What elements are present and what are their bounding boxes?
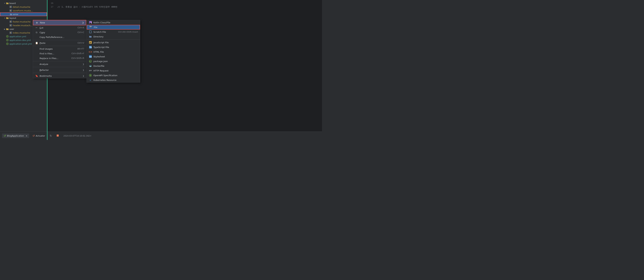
submenu-item-ts[interactable]: TS TypeScript File xyxy=(87,45,140,50)
actuator-button[interactable]: ↺ Actuator xyxy=(31,134,46,138)
app-yml-icon xyxy=(6,35,9,38)
refresh-icon: ↻ xyxy=(50,134,52,138)
menu-item-find-files[interactable]: Find in Files... Ctrl+Shift+F xyxy=(33,51,86,56)
actuator-label: Actuator xyxy=(36,134,45,137)
menu-item-copy[interactable]: ⧉ Copy Ctrl+C xyxy=(33,30,86,35)
sidebar-item-detail-mustache[interactable]: ▾ M detail.mustache xyxy=(0,5,47,9)
menu-item-find-usages[interactable]: Find Usages Alt+F7 xyxy=(33,46,86,51)
html-icon: <> xyxy=(89,50,92,54)
chevron-down-icon: ▾ xyxy=(3,2,6,4)
submenu-item-html[interactable]: <> HTML File xyxy=(87,50,140,54)
close-tab-button[interactable]: × xyxy=(26,134,28,137)
submenu-item-dockerfile[interactable]: 🐳 Dockerfile xyxy=(87,64,140,68)
menu-sep-3 xyxy=(33,61,86,61)
package-json-icon: JS xyxy=(89,60,92,63)
sidebar-item-app-prod-yml-label: application-prod.yml xyxy=(10,42,32,45)
new-icon: ⊕ xyxy=(35,21,38,24)
code-comment: // 1. 유효성 검사 - 사용자id가 3자 이하인경우 400번 xyxy=(58,5,118,9)
sidebar-item-error[interactable]: ▾ error xyxy=(0,12,47,16)
submenu-item-css[interactable]: CSS Stylesheet xyxy=(87,54,140,59)
svg-text:M: M xyxy=(10,32,11,34)
submenu-item-kotlin[interactable]: Kotlin Class/File xyxy=(87,20,140,25)
mustache-file-icon: M xyxy=(10,6,12,8)
paste-shortcut: Ctrl+V xyxy=(78,42,84,44)
menu-item-paste[interactable]: 📋 Paste Ctrl+V xyxy=(33,40,86,45)
blog-app-icon: ↺ xyxy=(4,134,6,138)
refresh-button[interactable]: ↻ xyxy=(48,134,53,138)
svg-text:M: M xyxy=(10,21,11,23)
sidebar-item-header-label: header.mustach... xyxy=(13,24,32,27)
code-line-16 xyxy=(56,1,322,5)
copy-shortcut: Ctrl+C xyxy=(78,31,84,34)
sidebar-item-saveform[interactable]: ▾ M saveForm.musta... xyxy=(0,9,47,12)
menu-item-bookmarks[interactable]: 🔖 Bookmarks ❯ xyxy=(33,74,86,78)
submenu-item-js[interactable]: JS JavaScript File xyxy=(87,40,140,45)
user-chevron-icon: ▶ xyxy=(3,28,6,30)
analyze-icon xyxy=(35,62,38,66)
bookmarks-icon: 🔖 xyxy=(35,74,38,78)
submenu-item-openapi[interactable]: OpenAPI Specification xyxy=(87,73,140,78)
replace-icon xyxy=(35,56,38,60)
stop-icon xyxy=(57,134,59,136)
saveform-file-icon: M xyxy=(10,9,12,12)
menu-item-copy-path[interactable]: Copy Path/Reference... xyxy=(33,35,86,40)
svg-rect-7 xyxy=(10,14,11,14)
svg-rect-34 xyxy=(89,36,90,36)
svg-text:M: M xyxy=(10,6,11,8)
js-icon: JS xyxy=(89,41,92,44)
menu-new-label: New xyxy=(40,21,82,24)
menu-sep-5 xyxy=(33,73,86,73)
sidebar-item-user-label: user xyxy=(10,28,14,30)
submenu-item-package-json[interactable]: JS package.json xyxy=(87,59,140,64)
menu-item-cut[interactable]: ✂ Cut Ctrl+X xyxy=(33,25,86,30)
submenu-directory-label: Directory xyxy=(94,36,138,38)
copy-icon: ⧉ xyxy=(35,31,38,34)
svg-rect-15 xyxy=(6,28,7,29)
submenu-item-file[interactable]: File xyxy=(87,25,140,30)
stop-button[interactable] xyxy=(55,134,60,138)
submenu-item-kubernetes[interactable]: ⎈ Kubernetes Resource xyxy=(87,78,140,82)
sidebar-item-error-label: error xyxy=(13,13,18,16)
find-files-shortcut: Ctrl+Shift+F xyxy=(72,52,84,55)
index-file-icon: M xyxy=(10,31,12,34)
menu-refactor-label: Refactor xyxy=(40,69,81,71)
svg-rect-28 xyxy=(90,26,92,26)
menu-item-new[interactable]: ⊕ New ❯ xyxy=(33,20,86,25)
svg-point-21 xyxy=(7,40,8,40)
paste-icon: 📋 xyxy=(35,41,38,45)
submenu-ts-label: TypeScript File xyxy=(94,46,138,48)
blog-app-tab[interactable]: ↺ BlogApplication × xyxy=(2,134,29,138)
submenu-html-label: HTML File xyxy=(94,51,138,53)
sidebar-item-board[interactable]: ▾ board xyxy=(0,1,47,5)
sidebar-item-app-dev-yml-label: application-dev.yml xyxy=(10,39,31,42)
submenu-scratch-label: Scratch File xyxy=(94,31,118,33)
line-numbers: 16 17 xyxy=(47,0,55,9)
menu-copy-path-label: Copy Path/Reference... xyxy=(40,36,84,38)
menu-cut-label: Cut xyxy=(40,26,75,29)
submenu-item-http[interactable]: API HTTP Request xyxy=(87,68,140,73)
code-area[interactable]: // 1. 유효성 검사 - 사용자id가 3자 이하인경우 400번 xyxy=(56,1,322,9)
menu-item-refactor[interactable]: Refactor ❯ xyxy=(33,68,86,72)
submenu-item-scratch[interactable]: Scratch File Ctrl+Alt+Shift+Insert xyxy=(87,30,140,34)
menu-item-analyze[interactable]: Analyze ❯ xyxy=(33,62,86,66)
submenu-item-directory[interactable]: Directory xyxy=(87,34,140,39)
svg-text:M: M xyxy=(10,10,11,12)
actuator-icon: ↺ xyxy=(32,134,35,138)
sidebar-item-footer-label: footer.mustache xyxy=(13,20,30,23)
file-icon xyxy=(89,26,92,29)
menu-sep-2 xyxy=(33,46,86,46)
menu-item-replace[interactable]: Replace in Files... Ctrl+Shift+R xyxy=(33,56,86,60)
bookmarks-arrow-icon: ❯ xyxy=(83,75,84,77)
kubernetes-icon: ⎈ xyxy=(89,78,92,82)
submenu-dockerfile-label: Dockerfile xyxy=(94,65,138,67)
directory-icon xyxy=(89,35,92,38)
svg-text:CSS: CSS xyxy=(89,56,92,58)
user-folder-icon xyxy=(6,28,9,30)
find-usages-icon xyxy=(35,47,38,50)
sidebar-item-app-yml-label: application.yml xyxy=(10,35,26,38)
svg-text:TS: TS xyxy=(90,46,92,48)
app-dev-yml-icon xyxy=(6,39,9,42)
footer-file-icon: M xyxy=(10,20,12,23)
sidebar-item-layout[interactable]: ▾ layout xyxy=(0,16,47,20)
app-prod-yml-icon xyxy=(6,42,9,45)
